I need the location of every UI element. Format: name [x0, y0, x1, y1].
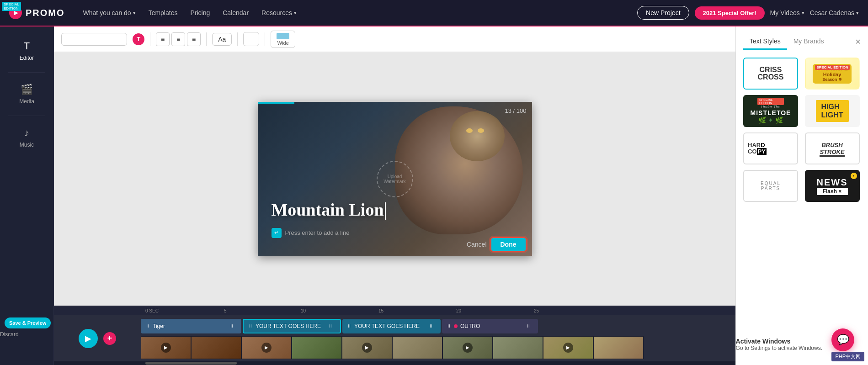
- thumb-1: ▶: [141, 336, 191, 359]
- ruler-0: 0 SEC: [145, 308, 159, 313]
- thumb-play-5: ▶: [362, 343, 372, 353]
- align-center-button[interactable]: ≡: [171, 32, 185, 46]
- toolbar-divider-2: [206, 32, 207, 46]
- clip-tiger[interactable]: ⏸ Tiger ⏸: [141, 319, 241, 333]
- canvas-frame[interactable]: 13 / 100 Mountain Lion ↵ Press enter to …: [258, 102, 532, 256]
- ruler-20: 20: [456, 308, 461, 313]
- scrollbar-thumb[interactable]: [145, 362, 237, 365]
- canvas-container: 13 / 100 Mountain Lion ↵ Press enter to …: [54, 52, 735, 306]
- thumb-play-7: ▶: [463, 343, 473, 353]
- thumb-10: [593, 336, 644, 359]
- activate-windows-notice: Activate Windows Go to Settings to activ…: [736, 338, 822, 351]
- timeline-tracks: ⏸ Tiger ⏸ ⏸ YOUR TEXT GOES HERE ⏸ ⏸ YOUR…: [141, 318, 735, 359]
- font-selector[interactable]: Gibson SemiBold ▾: [61, 33, 127, 46]
- ruler-10: 10: [301, 308, 306, 313]
- chat-bubble-button[interactable]: 💬: [831, 328, 854, 351]
- new-project-button[interactable]: New Project: [637, 6, 689, 20]
- style-hard-copy[interactable]: HARDCOPY: [743, 132, 798, 164]
- nav-resources[interactable]: Resources ▾: [257, 6, 301, 19]
- style-holiday[interactable]: SPECIAL EDITION ✨ MAGICAL Holiday Season…: [805, 58, 860, 90]
- thumb-play-3: ▶: [261, 343, 272, 353]
- wide-button[interactable]: Wide: [271, 31, 295, 48]
- sidebar-item-editor[interactable]: T Editor: [0, 36, 53, 66]
- timeline-ruler: 0 SEC 5 10 15 20 25: [54, 306, 735, 315]
- text-color-button[interactable]: T: [133, 33, 144, 45]
- thumb-4: [292, 336, 342, 359]
- user-menu[interactable]: Cesar Cadenas ▾: [810, 9, 859, 16]
- align-right-button[interactable]: ≡: [187, 32, 201, 46]
- clip-outro-label: OUTRO: [460, 323, 480, 329]
- activate-sub: Go to Settings to activate Windows.: [736, 345, 822, 351]
- sidebar-divider-1: [8, 72, 46, 73]
- nav-what-you-can-do[interactable]: What you can do ▾: [79, 6, 140, 19]
- pause-icon-t2: ⏸: [347, 323, 351, 328]
- timeline-controls: ▶ +: [54, 329, 141, 348]
- panel-tabs: Text Styles My Brands: [743, 34, 831, 50]
- clip-text2-label: YOUR TEXT GOES HERE: [354, 323, 420, 329]
- nav-templates[interactable]: Templates: [144, 6, 182, 19]
- canvas-watermark[interactable]: Upload Watermark: [377, 161, 413, 197]
- add-clip-button[interactable]: +: [103, 332, 116, 345]
- clip-text2[interactable]: ⏸ YOUR TEXT GOES HERE ⏸: [342, 319, 441, 333]
- sidebar-label-media: Media: [19, 98, 34, 105]
- music-icon: ♪: [24, 127, 29, 139]
- tab-text-styles[interactable]: Text Styles: [743, 34, 787, 50]
- font-name: Gibson SemiBold: [66, 36, 116, 43]
- clip-text1-label: YOUR TEXT GOES HERE: [256, 323, 321, 329]
- save-preview-button[interactable]: Save & Preview: [5, 317, 51, 328]
- style-news-flash[interactable]: ! NEWS Flash ×: [805, 170, 860, 202]
- editor-toolbar: Gibson SemiBold ▾ T ≡ ≡ ≡ Aa ⊞ Wide: [54, 26, 735, 52]
- pause-icon-t1: ⏸: [248, 323, 253, 328]
- pause-icon: ⏸: [145, 323, 150, 328]
- sidebar-item-music[interactable]: ♪ Music: [0, 122, 53, 153]
- pause-icon-t1r: ⏸: [328, 323, 333, 328]
- special-offer-button[interactable]: 2021 Special Offer!: [695, 6, 765, 20]
- tab-my-brands[interactable]: My Brands: [787, 34, 831, 50]
- canvas-lion-eye-right: [466, 128, 473, 133]
- clip-text1[interactable]: ⏸ YOUR TEXT GOES HERE ⏸: [243, 319, 341, 333]
- pause-icon-outror: ⏸: [526, 323, 531, 328]
- enter-icon: ↵: [272, 228, 282, 238]
- thumb-play-9: ▶: [563, 343, 573, 353]
- panel-close-button[interactable]: ×: [855, 37, 861, 47]
- canvas-main-text: Mountain Lion: [272, 200, 384, 219]
- style-highlight[interactable]: HIGHLIGHT: [805, 95, 860, 127]
- editor-area: Gibson SemiBold ▾ T ≡ ≡ ≡ Aa ⊞ Wide: [54, 26, 735, 365]
- sidebar-item-media[interactable]: 🎬 Media: [0, 79, 53, 109]
- nav-calendar[interactable]: Calendar: [218, 6, 253, 19]
- php-badge: PHP中文网: [831, 352, 864, 361]
- align-left-button[interactable]: ≡: [156, 32, 170, 46]
- done-button[interactable]: Done: [490, 237, 527, 252]
- style-equal-parts[interactable]: EQUAL PARTS: [743, 170, 798, 202]
- font-size-button[interactable]: Aa: [212, 33, 232, 46]
- sidebar-divider-2: [8, 116, 46, 116]
- style-mistletoe[interactable]: SPECIAL EDITION Under The MISTLETOE 🌿 ✦ …: [743, 95, 798, 127]
- top-navigation: ▶ PROMO What you can do ▾ Templates Pric…: [0, 0, 868, 26]
- thumb-8: [493, 336, 543, 359]
- style-grid: CRISSCROSS SPECIALEDITION SPECIAL EDITIO…: [736, 50, 868, 209]
- activate-title: Activate Windows: [736, 338, 822, 345]
- clip-outro[interactable]: ⏸ OUTRO ⏸: [442, 319, 538, 333]
- canvas-text-block[interactable]: Mountain Lion: [272, 200, 386, 220]
- ruler-5: 5: [224, 308, 227, 313]
- sidebar-label-music: Music: [20, 142, 34, 148]
- thumb-5: ▶: [342, 336, 392, 359]
- grid-button[interactable]: ⊞: [243, 32, 259, 46]
- pause-icon-outro: ⏸: [447, 323, 451, 328]
- play-button[interactable]: ▶: [79, 329, 98, 348]
- pause-icon-right: ⏸: [229, 323, 234, 328]
- timeline-content: ▶ + ⏸ Tiger ⏸ ⏸ YOUR TEXT GOES HERE: [54, 315, 735, 361]
- watermark-line2: Watermark: [383, 179, 406, 184]
- discard-button[interactable]: Discard: [0, 331, 19, 338]
- enter-hint-text: Press enter to add a line: [285, 229, 350, 236]
- cancel-button[interactable]: Cancel: [467, 241, 487, 248]
- thumb-9: ▶: [543, 336, 593, 359]
- my-videos-button[interactable]: My Videos ▾: [770, 9, 804, 16]
- clip-tiger-label: Tiger: [153, 323, 165, 329]
- timeline-scrollbar[interactable]: [54, 361, 735, 365]
- nav-pricing[interactable]: Pricing: [186, 6, 214, 19]
- style-criss-cross[interactable]: CRISSCROSS SPECIALEDITION: [743, 58, 798, 90]
- media-icon: 🎬: [21, 84, 33, 95]
- style-brush-stroke[interactable]: BRUSHSTROKE: [805, 132, 860, 164]
- sidebar: T Editor 🎬 Media ♪ Music Save & Preview …: [0, 26, 54, 365]
